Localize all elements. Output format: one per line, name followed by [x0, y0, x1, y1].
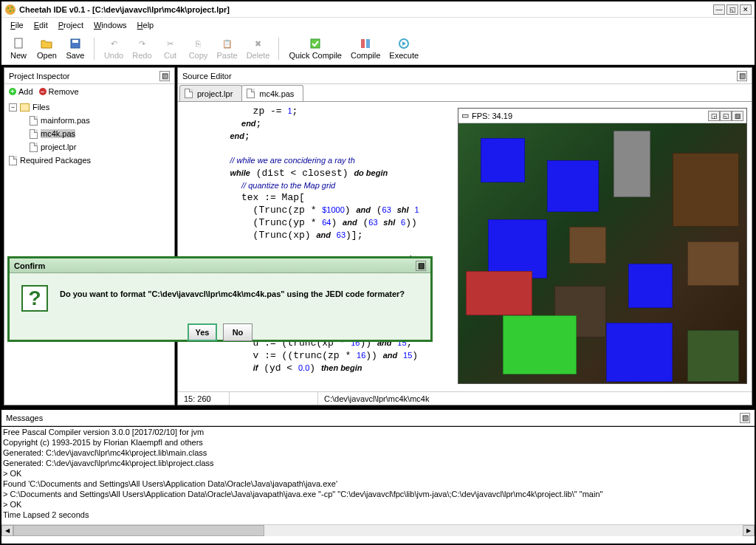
no-button[interactable]: No: [223, 323, 252, 341]
svg-point-2: [11, 6, 13, 7]
close-button[interactable]: ✕: [740, 4, 752, 15]
file-icon: [247, 89, 255, 98]
svg-rect-10: [366, 39, 370, 48]
minus-icon: –: [39, 88, 47, 95]
delete-button[interactable]: ✖Delete: [244, 34, 273, 64]
horizontal-scrollbar[interactable]: ◀ ▶: [1, 524, 755, 536]
undo-button[interactable]: ↶Undo: [101, 34, 126, 64]
tree-files-node[interactable]: −Files: [6, 100, 173, 114]
fps-close-button[interactable]: ▧: [732, 111, 743, 121]
svg-rect-7: [72, 40, 78, 43]
messages-close-icon[interactable]: ▧: [740, 413, 750, 423]
menu-file[interactable]: File: [6, 19, 28, 31]
file-path: C:\dev\javavcl\lpr\mc4k\mc4k: [318, 392, 752, 405]
svg-rect-5: [15, 38, 22, 48]
file-icon: [30, 143, 38, 152]
remove-button[interactable]: –Remove: [39, 87, 79, 96]
plus-icon: +: [9, 88, 16, 95]
file-icon: [30, 129, 38, 139]
svg-point-4: [13, 10, 14, 11]
menubar: File Edit Project Windows Help: [1, 18, 755, 32]
folder-icon: [20, 103, 30, 112]
svg-point-1: [7, 7, 9, 8]
toolbar: New Open Save ↶Undo ↷Redo ✂Cut ⎘Copy 📋Pa…: [1, 32, 755, 65]
tree-file-item[interactable]: mainform.pas: [6, 114, 173, 127]
redo-button[interactable]: ↷Redo: [129, 34, 154, 64]
scroll-left-icon[interactable]: ◀: [1, 525, 13, 536]
menu-help[interactable]: Help: [133, 19, 159, 31]
tree-file-item[interactable]: mc4k.pas: [6, 127, 173, 140]
message-line: Free Pascal Compiler version 3.0.0 [2017…: [3, 427, 753, 437]
inspector-close-icon[interactable]: ▧: [159, 71, 170, 81]
status-spacer: [230, 392, 318, 405]
cut-button[interactable]: ✂Cut: [158, 34, 183, 64]
window-title: Cheetah IDE v0.1 - [C:\dev\javavcl\lpr\m…: [19, 5, 713, 14]
messages-title: Messages: [6, 414, 740, 422]
collapse-icon[interactable]: −: [9, 103, 17, 112]
editor-statusbar: 15: 260 C:\dev\javavcl\lpr\mc4k\mc4k: [178, 391, 752, 405]
fps-maximize-button[interactable]: ◱: [720, 111, 732, 121]
minimize-button[interactable]: —: [713, 4, 725, 15]
message-line: Found 'C:\Documents and Settings\All Use…: [3, 479, 753, 489]
file-icon: [9, 156, 17, 165]
app-icon: [4, 4, 16, 16]
yes-button[interactable]: Yes: [188, 323, 217, 341]
add-button[interactable]: +Add: [9, 87, 33, 96]
svg-rect-8: [311, 39, 320, 48]
tree-file-item[interactable]: project.lpr: [6, 140, 173, 154]
scroll-right-icon[interactable]: ▶: [743, 525, 755, 536]
svg-point-0: [5, 4, 16, 15]
app-window-icon: ▭: [461, 111, 469, 120]
inspector-title: Project Inspector: [9, 72, 159, 80]
editor-tabs: project.lpr mc4k.pas: [178, 84, 752, 102]
svg-rect-9: [361, 39, 365, 48]
tab-project[interactable]: project.lpr: [179, 85, 242, 101]
fps-minimize-button[interactable]: ◲: [708, 111, 720, 121]
editor-title: Source Editor: [182, 72, 737, 80]
execute-button[interactable]: Execute: [386, 34, 422, 64]
project-tree: −Files mainform.pas mc4k.pas project.lpr…: [4, 99, 174, 405]
message-line: Generated: C:\dev\javavcl\lpr\mc4k\proje…: [3, 458, 753, 468]
tree-required-node[interactable]: Required Packages: [6, 154, 173, 167]
messages-output[interactable]: Free Pascal Compiler version 3.0.0 [2017…: [1, 426, 755, 524]
message-line: > C:\Documents and Settings\All Users\Ap…: [3, 489, 753, 499]
cursor-position: 15: 260: [178, 392, 230, 405]
svg-point-3: [10, 10, 11, 11]
question-icon: ?: [21, 285, 48, 312]
scrollbar-thumb[interactable]: [13, 525, 264, 536]
dialog-message: Do you want to format "C:\dev\javavcl\lp…: [60, 285, 419, 298]
new-button[interactable]: New: [6, 34, 31, 64]
file-icon: [30, 116, 38, 126]
dialog-title: Confirm: [14, 261, 416, 270]
tab-mc4k[interactable]: mc4k.pas: [241, 85, 303, 101]
paste-button[interactable]: 📋Paste: [214, 34, 241, 64]
message-line: > OK: [3, 499, 753, 510]
menu-windows[interactable]: Windows: [89, 19, 131, 31]
file-icon: [185, 89, 193, 98]
fps-title: FPS: 34.19: [472, 112, 708, 120]
confirm-dialog: Confirm ▧ ? Do you want to format "C:\de…: [7, 256, 433, 342]
project-inspector-panel: Project Inspector ▧ +Add –Remove −Files …: [4, 67, 175, 405]
menu-project[interactable]: Project: [54, 19, 88, 31]
maximize-button[interactable]: ◱: [726, 4, 738, 15]
game-viewport[interactable]: [458, 123, 746, 383]
message-line: > OK: [3, 468, 753, 479]
messages-panel: Messages ▧ Free Pascal Compiler version …: [1, 408, 755, 536]
menu-edit[interactable]: Edit: [30, 19, 52, 31]
copy-button[interactable]: ⎘Copy: [186, 34, 211, 64]
quickcompile-button[interactable]: Quick Compile: [286, 34, 345, 64]
window-titlebar: Cheetah IDE v0.1 - [C:\dev\javavcl\lpr\m…: [1, 1, 755, 18]
dialog-close-icon[interactable]: ▧: [416, 261, 426, 271]
editor-close-icon[interactable]: ▧: [737, 71, 747, 81]
message-line: Copyright (c) 1993-2015 by Florian Klaem…: [3, 437, 753, 448]
fps-window[interactable]: ▭ FPS: 34.19 ◲ ◱ ▧: [458, 108, 747, 384]
open-button[interactable]: Open: [34, 34, 60, 64]
save-button[interactable]: Save: [63, 34, 88, 64]
message-line: Generated: C:\dev\javavcl\lpr\mc4k\proje…: [3, 448, 753, 458]
message-line: Time Lapsed 2 seconds: [3, 510, 753, 520]
compile-button[interactable]: Compile: [348, 34, 383, 64]
